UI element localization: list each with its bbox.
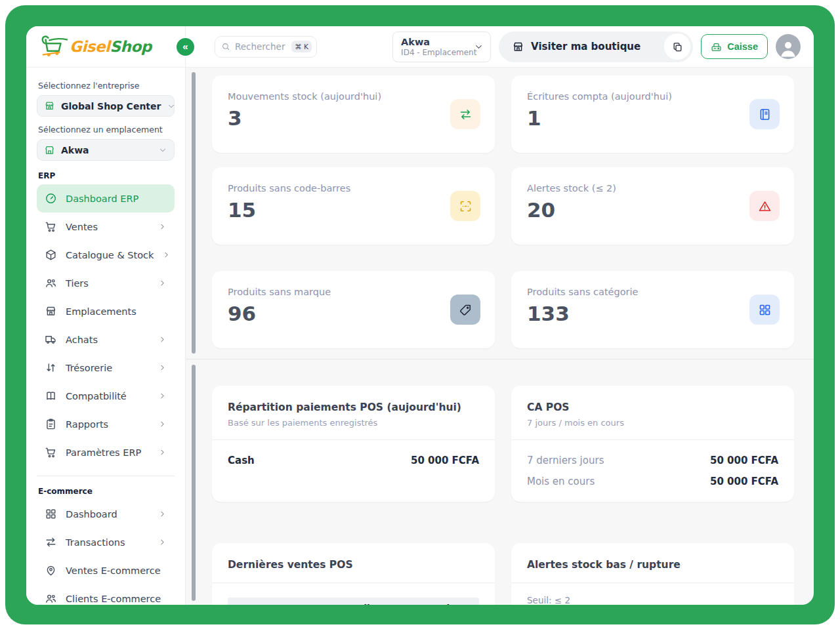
sidebar-content: Sélectionnez l'entreprise Global Shop Ce… bbox=[26, 68, 185, 605]
chevron-right-icon bbox=[158, 363, 167, 372]
package-icon bbox=[45, 249, 57, 261]
sidebar-item-label: Emplacements bbox=[66, 306, 167, 317]
cart-icon bbox=[45, 220, 57, 233]
stat-card-3: Alertes stock (≤ 2)20 bbox=[511, 167, 794, 245]
ca-amount: 50 000 FCFA bbox=[710, 455, 778, 466]
location-dropdown[interactable]: Akwa ID4 - Emplacement bbox=[392, 31, 491, 62]
stat-icon-box bbox=[450, 99, 480, 129]
chevron-down-icon bbox=[474, 42, 484, 52]
stock-alerts-card: Alertes stock bas / rupture Seuil: ≤ 2 P… bbox=[511, 543, 794, 605]
logo-text: GiselShop bbox=[70, 38, 152, 55]
ca-period: 7 derniers jours bbox=[527, 455, 604, 466]
sidebar-item-label: Achats bbox=[66, 335, 150, 345]
sales-column-header: Date bbox=[255, 603, 357, 605]
sales-column-header: # bbox=[234, 603, 255, 605]
sidebar-item-clients-e-commerce[interactable]: Clients E-commerce bbox=[37, 584, 175, 605]
sidebar-item-label: Compatbilité bbox=[66, 391, 150, 401]
ca-row: 7 derniers jours50 000 FCFA bbox=[527, 455, 778, 466]
stat-value: 3 bbox=[228, 106, 479, 130]
sidebar-item-achats[interactable]: Achats bbox=[37, 325, 175, 354]
stat-label: Alertes stock (≤ 2) bbox=[527, 183, 778, 194]
stock-alert-threshold: Seuil: ≤ 2 bbox=[527, 595, 778, 605]
chevron-right-icon bbox=[158, 335, 167, 344]
sidebar-item-label: Ventes E-commerce bbox=[66, 565, 167, 576]
chevron-right-icon bbox=[162, 251, 171, 259]
stat-value: 133 bbox=[527, 302, 778, 325]
sidebar-item-rapports[interactable]: Rapports bbox=[37, 410, 175, 438]
tag-icon bbox=[459, 303, 472, 317]
sidebar-item-param-tres-erp[interactable]: Paramètres ERP bbox=[37, 438, 175, 466]
stock-alerts-title: Alertes stock bas / rupture bbox=[527, 559, 778, 571]
ca-pos-subtitle: 7 jours / mois en cours bbox=[527, 418, 778, 428]
location-select[interactable]: Akwa bbox=[37, 139, 175, 161]
copy-store-link-button[interactable] bbox=[664, 33, 690, 60]
sidebar-item-label: Rapports bbox=[66, 419, 150, 430]
stat-label: Produits sans catégorie bbox=[527, 287, 778, 297]
transfer-icon bbox=[459, 108, 472, 121]
payments-subtitle: Basé sur les paiements enregistrés bbox=[228, 418, 479, 428]
payment-amount: 50 000 FCFA bbox=[411, 455, 479, 466]
clipboard-icon bbox=[45, 418, 57, 430]
sidebar-item-ventes[interactable]: Ventes bbox=[37, 213, 175, 241]
sidebar-item-label: Catalogue & Stock bbox=[66, 250, 154, 260]
cart-icon bbox=[45, 446, 57, 459]
sidebar-item-emplacements[interactable]: Emplacements bbox=[37, 297, 175, 325]
sidebar-item-dashboard[interactable]: Dashboard bbox=[37, 500, 175, 528]
location-dropdown-sub: ID4 - Emplacement bbox=[401, 48, 474, 57]
caisse-button[interactable]: Caisse bbox=[701, 34, 768, 59]
ca-pos-title: CA POS bbox=[527, 401, 778, 413]
chevron-right-icon bbox=[158, 420, 167, 428]
search-input[interactable]: Rechercher ⌘ K bbox=[215, 36, 317, 58]
sidebar-item-tr-sorerie[interactable]: Trésorerie bbox=[37, 354, 175, 382]
stat-value: 96 bbox=[228, 302, 479, 325]
chevron-down-icon bbox=[158, 146, 167, 155]
company-select-value: Global Shop Center bbox=[61, 101, 161, 112]
main-content: Mouvements stock (aujourd'hui)3Écritures… bbox=[186, 68, 814, 605]
sidebar-item-label: Trésorerie bbox=[66, 363, 150, 373]
scan-icon bbox=[459, 199, 472, 213]
sidebar-item-label: Paramètres ERP bbox=[66, 447, 150, 458]
sidebar-item-label: Tiers bbox=[66, 278, 150, 289]
sidebar-item-transactions[interactable]: Transactions bbox=[37, 528, 175, 556]
person-icon bbox=[778, 39, 798, 58]
payment-row: Cash50 000 FCFA bbox=[228, 455, 479, 466]
visit-store-button[interactable]: Visiter ma boutique bbox=[499, 31, 693, 62]
sidebar-item-ventes-e-commerce[interactable]: Ventes E-commerce bbox=[37, 556, 175, 584]
sidebar-item-tiers[interactable]: Tiers bbox=[37, 269, 175, 297]
scrollbar-thumb[interactable] bbox=[192, 365, 196, 601]
brand-frame: GiselShop Sélectionnez l'entreprise Glob… bbox=[5, 5, 835, 624]
grid-icon bbox=[758, 303, 772, 317]
stat-card-2: Produits sans code-barres15 bbox=[212, 167, 495, 245]
sidebar-item-dashboard-erp[interactable]: Dashboard ERP bbox=[37, 184, 175, 213]
arrows-up-down-icon bbox=[45, 361, 57, 374]
ca-amount: 50 000 FCFA bbox=[710, 476, 778, 487]
cash-register-icon bbox=[711, 41, 722, 52]
sidebar-item-label: Transactions bbox=[66, 537, 150, 548]
caisse-label: Caisse bbox=[727, 41, 758, 52]
users-icon bbox=[45, 592, 57, 605]
sales-column-header: Client bbox=[357, 603, 425, 605]
avatar[interactable] bbox=[776, 34, 801, 59]
sidebar-item-catalogue-stock[interactable]: Catalogue & Stock bbox=[37, 241, 175, 269]
warning-icon bbox=[758, 199, 772, 213]
sidebar-section-title: E-commerce bbox=[38, 487, 173, 496]
company-select-label: Sélectionnez l'entreprise bbox=[38, 81, 173, 91]
users-icon bbox=[45, 277, 57, 289]
stat-icon-box bbox=[749, 191, 780, 221]
chevron-right-icon bbox=[158, 510, 167, 518]
truck-icon bbox=[45, 333, 57, 346]
chevron-right-icon bbox=[158, 279, 167, 287]
sidebar: GiselShop Sélectionnez l'entreprise Glob… bbox=[26, 26, 186, 605]
company-select[interactable]: Global Shop Center bbox=[37, 95, 175, 117]
journal-icon bbox=[758, 108, 772, 121]
storefront-icon bbox=[512, 41, 524, 53]
logo[interactable]: GiselShop bbox=[26, 26, 185, 68]
storefront-icon bbox=[44, 100, 55, 112]
collapse-sidebar-button[interactable]: « bbox=[175, 37, 196, 57]
gauge-icon bbox=[45, 192, 57, 205]
last-sales-card: Dernières ventes POS #DateClientTotal bbox=[212, 543, 495, 605]
search-icon bbox=[221, 42, 230, 51]
sidebar-item-compatbilit-[interactable]: Compatbilité bbox=[37, 382, 175, 410]
building-icon bbox=[44, 144, 55, 155]
scrollbar-thumb[interactable] bbox=[192, 72, 196, 354]
